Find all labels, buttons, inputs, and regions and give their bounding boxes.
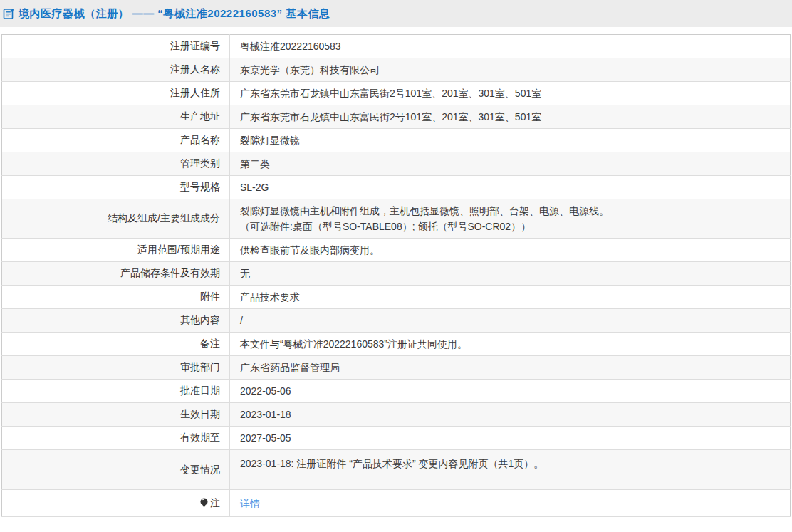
row-label: 适用范围/预期用途 — [2, 239, 230, 262]
row-label-text: 注 — [210, 497, 220, 508]
row-label: 型号规格 — [2, 176, 230, 199]
row-label: 备注 — [2, 333, 230, 356]
row-label: 生效日期 — [2, 403, 230, 427]
table-row: 产品名称裂隙灯显微镜 — [2, 129, 791, 152]
table-row: 生产地址广东省东莞市石龙镇中山东富民街2号101室、201室、301室、501室 — [2, 105, 791, 129]
table-row: 注册人住所广东省东莞市石龙镇中山东富民街2号101室、201室、301室、501… — [2, 82, 791, 105]
row-value: 第二类 — [230, 152, 791, 176]
row-value-text: 2023-01-18 — [240, 409, 291, 420]
row-value: 东京光学（东莞）科技有限公司 — [230, 58, 791, 82]
row-value: 裂隙灯显微镜由主机和附件组成，主机包括显微镜、照明部、台架、电源、电源线。（可选… — [230, 199, 791, 239]
row-label-text: 备注 — [200, 338, 220, 349]
table-row: 注册人名称东京光学（东莞）科技有限公司 — [2, 58, 791, 82]
row-label: 产品名称 — [2, 129, 230, 152]
row-value-text: 广东省药品监督管理局 — [240, 362, 340, 373]
row-label: 其他内容 — [2, 309, 230, 333]
row-value-text: 2027-05-05 — [240, 432, 291, 444]
row-label-text: 变更情况 — [180, 464, 220, 475]
row-label: 产品储存条件及有效期 — [2, 262, 230, 286]
document-icon — [3, 8, 15, 20]
row-label: 管理类别 — [2, 152, 230, 176]
row-label-text: 审批部门 — [180, 361, 220, 372]
table-row: 批准日期2022-05-06 — [2, 380, 791, 403]
row-value-text: 本文件与“粤械注准20222160583”注册证共同使用。 — [240, 338, 467, 350]
page-title: 境内医疗器械（注册） —— “粤械注准20222160583” 基本信息 — [19, 7, 330, 21]
row-label-text: 产品名称 — [180, 134, 220, 145]
table-row: 管理类别第二类 — [2, 152, 791, 176]
row-value-text: 粤械注准20222160583 — [240, 41, 341, 52]
table-row: 有效期至2027-05-05 — [2, 427, 791, 450]
row-value: 粤械注准20222160583 — [230, 35, 791, 58]
row-value-line: 裂隙灯显微镜由主机和附件组成，主机包括显微镜、照明部、台架、电源、电源线。 — [240, 203, 783, 219]
table-row: 附件产品技术要求 — [2, 286, 791, 309]
table-row: 适用范围/预期用途供检查眼前节及眼内部病变用。 — [2, 239, 791, 262]
row-value: 裂隙灯显微镜 — [230, 129, 791, 152]
row-label: 注册人住所 — [2, 82, 230, 105]
row-value: 广东省东莞市石龙镇中山东富民街2号101室、201室、301室、501室 — [230, 105, 791, 129]
row-label-text: 产品储存条件及有效期 — [120, 267, 220, 278]
row-label: 批准日期 — [2, 380, 230, 403]
row-value: 2023-01-18 — [230, 403, 791, 427]
row-label-text: 适用范围/预期用途 — [137, 244, 220, 255]
row-value-text: 2023-01-18: 注册证附件 “产品技术要求” 变更内容见附页（共1页）。 — [240, 458, 543, 469]
table-row: 变更情况2023-01-18: 注册证附件 “产品技术要求” 变更内容见附页（共… — [2, 450, 791, 490]
row-label-text: 管理类别 — [180, 157, 220, 169]
row-value: 无 — [230, 262, 791, 286]
table-row: 注详情 — [2, 490, 791, 517]
table-row: 结构及组成/主要组成成分裂隙灯显微镜由主机和附件组成，主机包括显微镜、照明部、台… — [2, 199, 791, 239]
row-value-line: （可选附件:桌面（型号SO-TABLE08）; 颌托（型号SO-CR02）） — [240, 219, 783, 234]
row-value-text: 2022-05-06 — [240, 385, 291, 397]
table-row: 产品储存条件及有效期无 — [2, 262, 791, 286]
row-label: 附件 — [2, 286, 230, 309]
row-label: 结构及组成/主要组成成分 — [2, 199, 230, 239]
row-label-text: 注册人住所 — [170, 87, 220, 98]
row-value-text: 裂隙灯显微镜 — [240, 135, 300, 146]
table-row: 型号规格SL-2G — [2, 176, 791, 199]
table-row: 生效日期2023-01-18 — [2, 403, 791, 427]
row-label-text: 有效期至 — [180, 432, 220, 443]
row-value-text: 东京光学（东莞）科技有限公司 — [240, 64, 380, 75]
row-label-text: 其他内容 — [180, 314, 220, 325]
row-value-text: 无 — [240, 268, 250, 279]
detail-link[interactable]: 详情 — [240, 498, 260, 509]
table-row: 其他内容/ — [2, 309, 791, 333]
row-value: 广东省药品监督管理局 — [230, 356, 791, 380]
row-value-text: SL-2G — [240, 182, 269, 193]
row-label: 变更情况 — [2, 450, 230, 490]
row-value: 2027-05-05 — [230, 427, 791, 450]
row-value-text: 产品技术要求 — [240, 291, 300, 303]
row-label-text: 附件 — [200, 291, 220, 302]
page-header: 境内医疗器械（注册） —— “粤械注准20222160583” 基本信息 — [0, 0, 792, 27]
row-value: 产品技术要求 — [230, 286, 791, 309]
row-value-text: 广东省东莞市石龙镇中山东富民街2号101室、201室、301室、501室 — [240, 88, 541, 99]
row-label-text: 批准日期 — [180, 385, 220, 396]
row-label-text: 型号规格 — [180, 181, 220, 192]
row-value-text: 供检查眼前节及眼内部病变用。 — [240, 244, 380, 256]
row-label: 注册证编号 — [2, 35, 230, 58]
registration-info-table: 注册证编号粤械注准20222160583注册人名称东京光学（东莞）科技有限公司注… — [1, 34, 791, 517]
row-label: 有效期至 — [2, 427, 230, 450]
row-value: 广东省东莞市石龙镇中山东富民街2号101室、201室、301室、501室 — [230, 82, 791, 105]
row-value-text: 第二类 — [240, 158, 270, 169]
row-label-text: 注册人名称 — [170, 63, 220, 75]
row-value-text: 广东省东莞市石龙镇中山东富民街2号101室、201室、301室、501室 — [240, 111, 541, 122]
row-value-text: / — [240, 315, 243, 326]
row-label: 生产地址 — [2, 105, 230, 129]
registration-info-table-wrap: 注册证编号粤械注准20222160583注册人名称东京光学（东莞）科技有限公司注… — [1, 34, 791, 517]
row-label-text: 生效日期 — [180, 408, 220, 419]
row-value: / — [230, 309, 791, 333]
row-value: 2022-05-06 — [230, 380, 791, 403]
table-row: 备注本文件与“粤械注准20222160583”注册证共同使用。 — [2, 333, 791, 356]
row-value: 供检查眼前节及眼内部病变用。 — [230, 239, 791, 262]
row-label-text: 结构及组成/主要组成成分 — [108, 212, 220, 224]
row-value: SL-2G — [230, 176, 791, 199]
row-label: 审批部门 — [2, 356, 230, 380]
row-label-text: 生产地址 — [180, 110, 220, 122]
row-value: 详情 — [230, 490, 791, 517]
row-label: 注册人名称 — [2, 58, 230, 82]
row-label: 注 — [2, 490, 230, 517]
bulb-icon — [199, 498, 209, 508]
row-label-text: 注册证编号 — [170, 40, 220, 51]
row-value: 本文件与“粤械注准20222160583”注册证共同使用。 — [230, 333, 791, 356]
table-row: 审批部门广东省药品监督管理局 — [2, 356, 791, 380]
